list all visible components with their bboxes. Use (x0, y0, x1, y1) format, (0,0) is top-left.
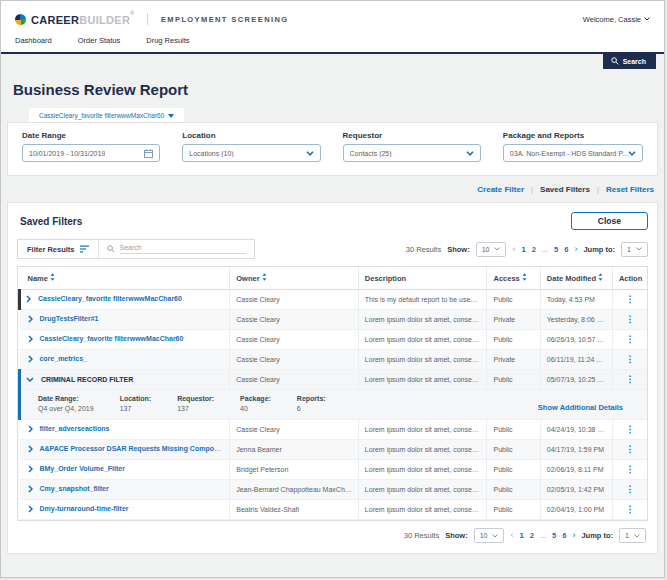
reset-filters-link[interactable]: Reset Filters (606, 185, 654, 194)
search-field[interactable]: Search (99, 244, 254, 254)
jump-to-select[interactable]: 1 (621, 242, 648, 257)
kebab-menu-icon[interactable]: ⋮ (625, 484, 634, 494)
filter-name-link[interactable]: filter_adverseactions (39, 425, 109, 432)
close-button[interactable]: Close (571, 212, 648, 230)
page-number[interactable]: 2 (530, 531, 534, 540)
sort-icon[interactable] (262, 273, 267, 281)
nav-item-drug-results[interactable]: Drug Results (146, 36, 189, 45)
page-ellipsis: ... (542, 245, 548, 254)
chevron-right-icon[interactable] (28, 335, 33, 344)
global-search-button[interactable]: Search (603, 54, 656, 69)
requestor-select[interactable]: Contacts (25) (343, 144, 481, 162)
saved-filters-link[interactable]: Saved Filters (540, 185, 590, 194)
filter-name-link[interactable]: CassieCleary_favorite filterwwwMacChar60 (39, 335, 183, 342)
chevron-down-icon[interactable] (26, 376, 34, 383)
chevron-right-icon[interactable] (26, 295, 31, 304)
filter-name-link[interactable]: BMy_Order Volume_Filter (39, 465, 124, 472)
column-header-owner[interactable]: Owner (230, 267, 359, 290)
access-cell: Public (487, 480, 540, 500)
filter-name-link[interactable]: Cmy_snapshot_filter (39, 485, 108, 492)
filter-results-button[interactable]: Filter Results (18, 240, 99, 258)
owner-cell: Jenna Beamer (230, 440, 359, 460)
show-additional-details-link[interactable]: Show Additional Details (538, 403, 623, 412)
table-row[interactable]: filter_adverseactions Cassie Cleary Lore… (20, 420, 648, 440)
chevron-right-icon[interactable] (28, 465, 33, 474)
kebab-menu-icon[interactable]: ⋮ (625, 504, 634, 514)
detail-field: Requestor: 137 (177, 395, 214, 412)
sort-lines-icon (80, 245, 89, 253)
page-number[interactable]: 6 (564, 245, 568, 254)
page-number[interactable]: 6 (562, 531, 566, 540)
filter-name-link[interactable]: CRIMINAL RECORD FILTER (41, 376, 133, 383)
sort-icon[interactable] (522, 273, 527, 281)
chevron-right-icon[interactable] (28, 485, 33, 494)
date-range-input[interactable]: 10/01/2019 - 10/31/2019 (22, 144, 160, 162)
nav-item-dashboard[interactable]: Dashboard (15, 36, 52, 45)
table-row[interactable]: A&PACE Processor DSAR Requests Missing C… (20, 440, 648, 460)
page-number[interactable]: 5 (554, 245, 558, 254)
description-cell: Lorem ipsum dolor sit amet, consectetur … (358, 440, 487, 460)
prev-page-button[interactable]: ‹ (510, 531, 513, 540)
filter-name-link[interactable]: A&PACE Processor DSAR Requests Missing C… (39, 445, 229, 452)
saved-filters-panel: Saved Filters Close Filter Results Searc… (7, 202, 658, 554)
table-row[interactable]: Dmy-turnaround-time-filter Beatris Valde… (20, 500, 648, 520)
package-select[interactable]: 03A. Non-Exempt - HDS Standard P... (503, 144, 643, 162)
filter-name-link[interactable]: DrugTestsFilter#1 (39, 315, 98, 322)
kebab-menu-icon[interactable]: ⋮ (625, 314, 634, 324)
kebab-menu-icon[interactable]: ⋮ (625, 444, 634, 454)
page-number[interactable]: 1 (521, 245, 525, 254)
filter-name-link[interactable]: core_metrics_ (39, 355, 86, 362)
owner-cell: Cassie Cleary (230, 330, 359, 350)
column-header-access[interactable]: Access (487, 267, 540, 290)
chevron-right-icon[interactable] (28, 445, 33, 454)
table-row[interactable]: CRIMINAL RECORD FILTER Cassie Cleary Lor… (20, 370, 648, 390)
filter-name-link[interactable]: Dmy-turnaround-time-filter (39, 505, 128, 512)
kebab-menu-icon[interactable]: ⋮ (625, 354, 634, 364)
table-row[interactable]: BMy_Order Volume_Filter Bridget Peterson… (20, 460, 648, 480)
kebab-menu-icon[interactable]: ⋮ (625, 464, 634, 474)
chevron-down-icon (306, 151, 314, 156)
sort-icon[interactable] (50, 273, 55, 281)
link-divider: | (597, 185, 599, 194)
next-page-button[interactable]: › (574, 245, 577, 254)
table-row[interactable]: Cmy_snapshot_filter Jean-Bernard Chappot… (20, 480, 648, 500)
user-menu[interactable]: Welcome, Cassie (583, 15, 650, 24)
table-row[interactable]: DrugTestsFilter#1 Cassie Cleary Lorem ip… (20, 310, 648, 330)
brand-text: CAREERBUILDER® (31, 10, 134, 28)
sort-icon[interactable] (598, 273, 603, 281)
page-number[interactable]: 5 (552, 531, 556, 540)
kebab-menu-icon[interactable]: ⋮ (625, 374, 634, 384)
column-header-description: Description (358, 267, 487, 290)
chevron-right-icon[interactable] (28, 505, 33, 514)
chevron-right-icon[interactable] (28, 355, 33, 364)
page-size-select[interactable]: 10 (476, 242, 507, 257)
saved-filter-tab[interactable]: CassieCleary_favorite filterwwwMaxChar60 (29, 108, 184, 122)
page-number[interactable]: 1 (519, 531, 523, 540)
kebab-menu-icon[interactable]: ⋮ (625, 424, 634, 434)
product-name: EMPLOYMENT SCREENING (161, 15, 289, 24)
location-select[interactable]: Locations (10) (182, 144, 320, 162)
column-header-date-modified[interactable]: Date Modified (540, 267, 612, 290)
location-field: Location Locations (10) (182, 131, 320, 162)
kebab-menu-icon[interactable]: ⋮ (625, 294, 634, 304)
prev-page-button[interactable]: ‹ (512, 245, 515, 254)
page-size-select[interactable]: 10 (474, 528, 505, 543)
nav-item-order-status[interactable]: Order Status (78, 36, 121, 45)
access-cell: Public (487, 440, 540, 460)
jump-to-select[interactable]: 1 (619, 528, 646, 543)
chevron-right-icon[interactable] (28, 425, 33, 434)
table-row[interactable]: CassieCleary_favorite filterwwwMacChar60… (20, 290, 648, 310)
chevron-down-icon (492, 534, 498, 538)
kebab-menu-icon[interactable]: ⋮ (625, 334, 634, 344)
table-row[interactable]: core_metrics_ Cassie Cleary Lorem ipsum … (20, 350, 648, 370)
page-number[interactable]: 2 (532, 245, 536, 254)
chevron-right-icon[interactable] (28, 315, 33, 324)
next-page-button[interactable]: › (572, 531, 575, 540)
table-row[interactable]: CassieCleary_favorite filterwwwMacChar60… (20, 330, 648, 350)
column-header-name[interactable]: Name (20, 267, 230, 290)
filter-name-link[interactable]: CassieCleary_favorite filterwwwMacChar60 (38, 295, 182, 302)
create-filter-link[interactable]: Create Filter (477, 185, 524, 194)
table-body: CassieCleary_favorite filterwwwMacChar60… (20, 290, 648, 520)
date-modified-cell: 02/04/19, 1:00 PM (540, 500, 612, 520)
calendar-icon[interactable] (144, 149, 153, 158)
